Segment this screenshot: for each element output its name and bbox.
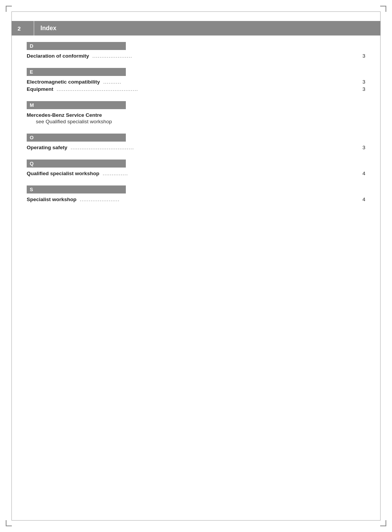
index-entry-electromagnetic: Electromagnetic compatibility ..........… <box>27 79 365 85</box>
entry-dots-electromagnetic: .......... <box>101 79 356 85</box>
section-e: E Electromagnetic compatibility ........… <box>27 68 365 92</box>
section-q: Q Qualified specialist workshop ........… <box>27 160 365 176</box>
entry-page-qualified: 4 <box>358 171 365 176</box>
section-letter-o: O <box>27 134 126 142</box>
index-entry-specialist: Specialist workshop ....................… <box>27 197 365 202</box>
header-bar: 2 Index <box>11 21 381 35</box>
corner-mark-top-right <box>380 6 386 12</box>
page-border-right <box>380 11 381 521</box>
entry-label-qualified: Qualified specialist workshop <box>27 171 100 176</box>
index-entry-equipment: Equipment ..............................… <box>27 86 365 92</box>
entry-subentry-mercedes: see Qualified specialist workshop <box>36 119 365 124</box>
entry-label-mercedes: Mercedes-Benz Service Centre <box>27 112 365 118</box>
index-entry-operating: Operating safety .......................… <box>27 145 365 150</box>
entry-page-equipment: 3 <box>358 86 365 92</box>
entry-label-specialist: Specialist workshop <box>27 197 77 202</box>
entry-label-operating: Operating safety <box>27 145 67 150</box>
section-letter-d: D <box>27 42 126 50</box>
entry-dots-specialist: ...................... <box>78 197 356 202</box>
section-d: D Declaration of conformity ............… <box>27 42 365 59</box>
entry-page-specialist: 4 <box>358 197 365 202</box>
corner-mark-bottom-right <box>380 520 386 526</box>
entry-dots-operating: ................................... <box>69 145 356 150</box>
page-border-left <box>11 11 12 521</box>
corner-mark-top-left <box>6 6 12 12</box>
entry-page-electromagnetic: 3 <box>358 79 365 85</box>
section-m: M Mercedes-Benz Service Centre see Quali… <box>27 101 365 124</box>
index-content: D Declaration of conformity ............… <box>27 42 365 211</box>
section-letter-m: M <box>27 101 126 109</box>
page-title: Index <box>37 25 56 32</box>
entry-label-declaration: Declaration of conformity <box>27 53 89 59</box>
entry-dots-equipment: ........................................… <box>55 86 356 92</box>
section-letter-e: E <box>27 68 126 76</box>
entry-dots-declaration: ...................... <box>91 53 356 59</box>
entry-page-declaration: 3 <box>358 53 365 59</box>
page-border-top <box>11 11 381 12</box>
header-divider <box>34 21 34 35</box>
entry-dots-qualified: .............. <box>101 171 356 176</box>
entry-label-equipment: Equipment <box>27 86 53 92</box>
section-letter-q: Q <box>27 160 126 168</box>
page-border-bottom <box>11 520 381 521</box>
section-letter-s: S <box>27 185 126 193</box>
entry-page-operating: 3 <box>358 145 365 150</box>
page-number: 2 <box>11 25 31 32</box>
section-o: O Operating safety .....................… <box>27 134 365 150</box>
section-s: S Specialist workshop ..................… <box>27 185 365 202</box>
index-entry-qualified: Qualified specialist workshop ..........… <box>27 171 365 176</box>
index-entry-declaration: Declaration of conformity ..............… <box>27 53 365 59</box>
entry-label-electromagnetic: Electromagnetic compatibility <box>27 79 100 85</box>
corner-mark-bottom-left <box>6 520 12 526</box>
